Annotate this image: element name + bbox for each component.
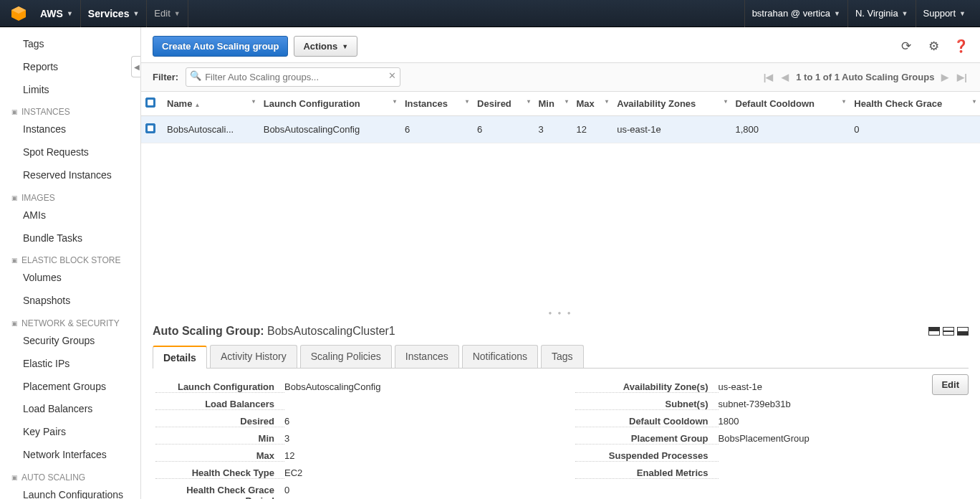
sidebar-item-launch-config[interactable]: Launch Configurations [0, 484, 140, 499]
help-icon[interactable]: ❓ [953, 39, 969, 54]
sidebar-item-eip[interactable]: Elastic IPs [0, 353, 140, 376]
splitter-handle[interactable]: ● ● ● [141, 308, 980, 318]
select-all-checkbox[interactable] [145, 98, 155, 108]
edit-button[interactable]: Edit [932, 374, 969, 395]
kv-row: Enabled Metrics [575, 465, 966, 482]
layout-bottom-icon[interactable] [957, 327, 969, 336]
sidebar-group-instances[interactable]: ▣INSTANCES [0, 101, 140, 118]
col-launch[interactable]: Launch Configuration▾ [259, 92, 400, 116]
page-next-icon[interactable]: ▶ [940, 72, 950, 82]
sidebar-item-ni[interactable]: Network Interfaces [0, 444, 140, 467]
page-prev-icon[interactable]: ◀ [780, 72, 790, 82]
col-inst[interactable]: Instances▾ [400, 92, 473, 116]
sidebar-item-snapshots[interactable]: Snapshots [0, 290, 140, 313]
services-menu[interactable]: Services▼ [81, 0, 148, 27]
kv-row: Health Check Grace Period0 [155, 482, 547, 499]
aws-logo-icon [10, 5, 27, 22]
col-hcg[interactable]: Health Check Grace▾ [850, 92, 980, 116]
kv-value [719, 450, 966, 462]
sidebar-item-reports[interactable]: Reports [0, 56, 140, 79]
tab-tags[interactable]: Tags [541, 345, 584, 368]
sidebar-group-net[interactable]: ▣NETWORK & SECURITY [0, 313, 140, 330]
chevron-down-icon: ▼ [67, 10, 73, 17]
kv-key: Suspended Processes [575, 450, 719, 462]
kv-row: Availability Zone(s)us-east-1e [575, 379, 966, 396]
sidebar-item-limits[interactable]: Limits [0, 79, 140, 102]
kv-value: 0 [284, 485, 547, 499]
kv-key: Health Check Type [155, 467, 284, 479]
col-desired[interactable]: Desired▾ [473, 92, 534, 116]
kv-value: BobsPlacementGroup [719, 433, 966, 445]
sidebar-group-images[interactable]: ▣IMAGES [0, 187, 140, 204]
sidebar-collapse[interactable]: ◀ [131, 56, 141, 77]
region-menu[interactable]: N. Virginia▼ [847, 0, 916, 27]
tab-activity[interactable]: Activity History [210, 345, 297, 368]
edit-menu[interactable]: Edit▼ [147, 0, 188, 27]
kv-value: subnet-739eb31b [719, 399, 966, 410]
cell-hcg: 0 [850, 116, 980, 143]
account-menu[interactable]: bstrahan @ vertica▼ [744, 0, 847, 27]
filter-bar: Filter: 🔍 ✕ |◀ ◀ 1 to 1 of 1 Auto Scalin… [141, 62, 980, 92]
col-az[interactable]: Availability Zones▾ [612, 92, 731, 116]
kv-key: Min [155, 433, 284, 445]
kv-key: Placement Group [575, 433, 719, 445]
page-first-icon[interactable]: |◀ [762, 72, 775, 82]
kv-row: Placement GroupBobsPlacementGroup [575, 430, 966, 447]
kv-value: 12 [284, 450, 547, 462]
support-menu[interactable]: Support▼ [916, 0, 973, 27]
chevron-down-icon: ▼ [902, 10, 908, 17]
create-asg-button[interactable]: Create Auto Scaling group [153, 36, 288, 57]
sidebar: ◀ Tags Reports Limits ▣INSTANCES Instanc… [0, 27, 141, 499]
chevron-down-icon: ▼ [133, 10, 139, 17]
table-row[interactable]: BobsAutoscali... BobsAutoscalingConfig 6… [141, 116, 980, 143]
tab-instances[interactable]: Instances [395, 345, 459, 368]
actions-button[interactable]: Actions▼ [294, 36, 357, 57]
page-last-icon[interactable]: ▶| [956, 72, 969, 82]
sidebar-item-tags[interactable]: Tags [0, 33, 140, 56]
sidebar-item-reserved[interactable]: Reserved Instances [0, 164, 140, 187]
sidebar-item-volumes[interactable]: Volumes [0, 267, 140, 290]
sidebar-group-as[interactable]: ▣AUTO SCALING [0, 467, 140, 484]
col-name[interactable]: Name▲▾ [163, 92, 259, 116]
filter-input[interactable] [186, 67, 400, 87]
kv-value: us-east-1e [719, 381, 966, 393]
tab-details[interactable]: Details [153, 346, 207, 369]
kv-key: Subnet(s) [575, 399, 719, 410]
detail-right-col: Availability Zone(s)us-east-1eSubnet(s)s… [575, 379, 966, 499]
main: Create Auto Scaling group Actions▼ ⟳ ⚙ ❓… [141, 27, 980, 499]
sidebar-item-spot[interactable]: Spot Requests [0, 141, 140, 164]
col-min[interactable]: Min▾ [534, 92, 572, 116]
sidebar-group-ebs[interactable]: ▣ELASTIC BLOCK STORE [0, 250, 140, 267]
chevron-down-icon: ▼ [959, 10, 966, 17]
col-cooldown[interactable]: Default Cooldown▾ [731, 92, 850, 116]
refresh-icon[interactable]: ⟳ [898, 39, 914, 54]
kv-row: Subnet(s)subnet-739eb31b [575, 396, 966, 413]
layout-split-icon[interactable] [943, 327, 954, 336]
sidebar-item-bundle[interactable]: Bundle Tasks [0, 227, 140, 250]
toolbar: Create Auto Scaling group Actions▼ ⟳ ⚙ ❓ [141, 27, 980, 62]
brand-menu[interactable]: AWS▼ [33, 0, 81, 27]
row-checkbox[interactable] [145, 123, 155, 133]
sidebar-item-amis[interactable]: AMIs [0, 204, 140, 227]
sidebar-item-lb[interactable]: Load Balancers [0, 398, 140, 421]
sidebar-item-kp[interactable]: Key Pairs [0, 421, 140, 444]
tab-scaling[interactable]: Scaling Policies [300, 345, 392, 368]
cell-name: BobsAutoscali... [163, 116, 259, 143]
detail-panel: Auto Scaling Group: BobsAutoscalingClust… [141, 318, 980, 499]
gear-icon[interactable]: ⚙ [926, 39, 941, 54]
col-max[interactable]: Max▾ [572, 92, 613, 116]
kv-key: Load Balancers [155, 399, 284, 410]
sidebar-item-instances[interactable]: Instances [0, 118, 140, 141]
cell-min: 3 [534, 116, 572, 143]
chevron-down-icon: ▼ [834, 10, 840, 17]
clear-filter-icon[interactable]: ✕ [388, 70, 396, 81]
kv-row: Max12 [155, 447, 547, 465]
kv-row: Desired6 [155, 413, 547, 430]
tab-notifications[interactable]: Notifications [462, 345, 538, 368]
detail-left-col: Launch ConfigurationBobsAutoscalingConfi… [155, 379, 547, 499]
sidebar-item-pg[interactable]: Placement Groups [0, 376, 140, 399]
kv-row: Load Balancers [155, 396, 547, 413]
sidebar-item-sg[interactable]: Security Groups [0, 330, 140, 353]
cell-desired: 6 [473, 116, 534, 143]
layout-top-icon[interactable] [928, 327, 940, 336]
